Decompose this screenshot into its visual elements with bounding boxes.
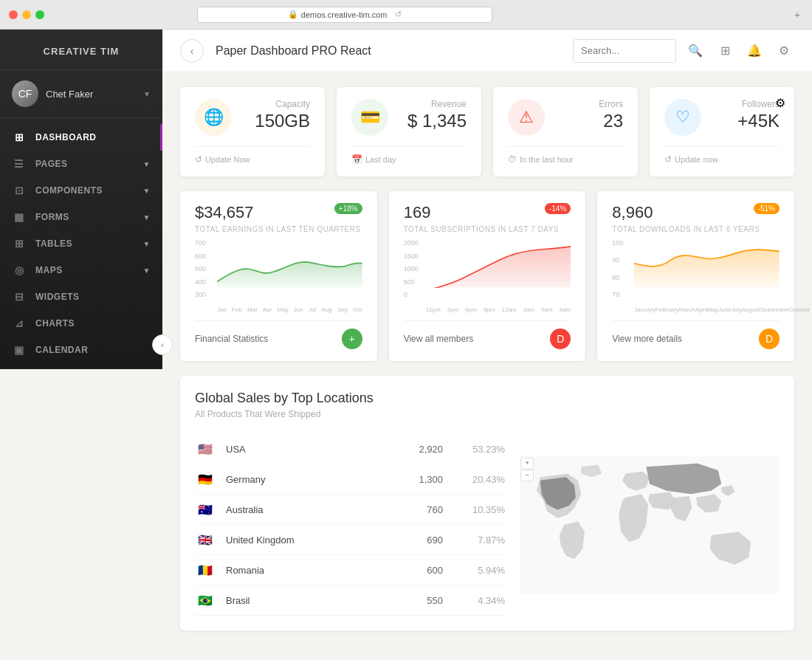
sidebar-item-charts[interactable]: ⊿ CHARTS: [0, 310, 162, 337]
chart-area: 700600500400300 JanFebMarAprMayJunJulAug…: [195, 239, 362, 313]
country-flag: 🇷🇴: [195, 563, 216, 577]
user-caret-icon: ▼: [143, 90, 151, 98]
settings-icon[interactable]: ⚙: [774, 41, 794, 61]
maximize-button[interactable]: [35, 10, 44, 19]
stat-value: +45K: [737, 111, 780, 131]
address-bar[interactable]: 🔒 demos.creative-tim.com ↺: [197, 7, 492, 23]
sidebar-wrapper: CREATIVE TIM CF Chet Faker ▼ ⊞ DASHBOARD…: [0, 30, 162, 660]
chart-y-label: 2000: [404, 239, 419, 247]
footer-icon: 📅: [351, 154, 362, 165]
country-name: USA: [226, 444, 388, 455]
sidebar-item-widgets[interactable]: ⊟ WIDGETS: [0, 283, 162, 310]
nav-caret-icon: ▼: [143, 240, 151, 248]
chart-y-label: 500: [195, 265, 206, 272]
stat-text: Followers +45K: [737, 99, 780, 131]
chart-x-label: March: [679, 306, 695, 313]
stat-label: Capacity: [255, 99, 310, 109]
stat-card-1: 💳 Revenue $ 1,345 📅 Last day: [337, 87, 481, 176]
chart-x-label: May: [278, 306, 289, 313]
chart-svg: [634, 239, 780, 288]
country-flag: 🇩🇪: [195, 472, 216, 487]
chart-footer-label: View more details: [612, 334, 682, 344]
sidebar-item-label: CHARTS: [35, 318, 75, 329]
chart-x-label: January: [634, 306, 655, 313]
chart-card-header: $34,657 +18%: [195, 203, 362, 222]
sales-table: 🇺🇸 USA 2,920 53.23% 🇩🇪 Germany 1,300 20.…: [195, 434, 505, 616]
close-button[interactable]: [9, 10, 18, 19]
stat-footer: ↺ Update now: [664, 146, 780, 165]
sidebar-item-dashboard[interactable]: ⊞ DASHBOARD: [0, 124, 162, 151]
country-value: 760: [399, 504, 443, 515]
chart-x-label: Feb: [232, 306, 242, 313]
chart-x-label: May: [707, 306, 718, 313]
chart-badge: -14%: [545, 203, 571, 214]
nav-caret-icon: ▼: [143, 160, 151, 168]
search-icon[interactable]: 🔍: [685, 41, 706, 61]
stat-card-header: ⚠ Errors 23: [508, 99, 623, 136]
refresh-icon[interactable]: ↺: [395, 10, 402, 19]
chart-x-label: 9pm: [484, 306, 495, 313]
chart-footer-button[interactable]: +: [342, 329, 362, 349]
sidebar-nav: ⊞ DASHBOARD ☰ PAGES ▼ ⊡ COMPONEntS ▼ ▦ F…: [0, 118, 162, 369]
grid-icon[interactable]: ⊞: [715, 41, 735, 61]
sidebar-item-forms[interactable]: ▦ FORMS ▼: [0, 204, 162, 230]
global-sales-content: 🇺🇸 USA 2,920 53.23% 🇩🇪 Germany 1,300 20.…: [195, 434, 780, 616]
back-button[interactable]: ‹: [180, 39, 204, 63]
chart-x-label: 12pm: [426, 306, 441, 313]
sidebar-item-label: TABLES: [35, 238, 72, 249]
country-name: Romania: [226, 565, 388, 576]
country-value: 1,300: [399, 474, 443, 485]
chart-y-label: 70: [612, 291, 623, 298]
stat-card-header: ♡ Followers +45K ⚙: [664, 99, 780, 136]
sidebar-item-maps[interactable]: ◎ MAPS ▼: [0, 257, 162, 283]
chart-footer-button[interactable]: D: [550, 329, 571, 349]
chart-x-axis: 12pm3pm6pm9pm12am3am6am9am: [426, 306, 571, 313]
sidebar-item-label: MAPS: [35, 265, 63, 275]
charts-nav-icon: ⊿: [12, 317, 27, 329]
country-flag: 🇬🇧: [195, 532, 216, 547]
sidebar-item-calendar[interactable]: ▣ CALENDAR: [0, 337, 162, 363]
gear-icon[interactable]: ⚙: [775, 96, 785, 110]
chart-x-label: Sep: [337, 306, 348, 313]
lock-icon: 🔒: [288, 10, 298, 19]
sidebar-user[interactable]: CF Chet Faker ▼: [0, 70, 162, 118]
chart-x-label: Jan: [217, 306, 227, 313]
chart-y-label: 600: [195, 252, 206, 260]
world-map[interactable]: + −: [520, 451, 780, 599]
sidebar-item-label: COMPONEntS: [35, 185, 103, 196]
new-tab-button[interactable]: +: [791, 9, 803, 21]
sidebar-collapse-button[interactable]: ‹: [152, 334, 173, 355]
chart-area: 2000150010005000 12pm3pm6pm9pm12am3am6am…: [404, 239, 571, 313]
footer-text: Last day: [365, 155, 396, 164]
search-input[interactable]: [573, 39, 676, 63]
bell-icon[interactable]: 🔔: [744, 41, 765, 61]
sidebar-item-tables[interactable]: ⊞ TABLES ▼: [0, 230, 162, 257]
chart-cards-grid: $34,657 +18% TOTAL EARNINGS IN LAST TEN …: [180, 191, 794, 361]
sidebar-item-label: DASHBOARD: [35, 132, 97, 142]
stat-footer: ⏱ In the last hour: [508, 146, 623, 165]
chart-x-label: Jun: [294, 306, 303, 313]
chart-y-label: 400: [195, 278, 206, 286]
sidebar-item-pages[interactable]: ☰ PAGES ▼: [0, 151, 162, 177]
chart-svg: [426, 239, 571, 288]
chart-y-label: 1000: [404, 265, 419, 272]
sidebar: CREATIVE TIM CF Chet Faker ▼ ⊞ DASHBOARD…: [0, 30, 162, 369]
sidebar-item-label: FORMS: [35, 212, 69, 222]
chart-x-label: July: [732, 306, 742, 313]
avatar: CF: [12, 80, 38, 107]
stat-cards-grid: 🌐 Capacity 150GB ↺ Update Now 💳 Revenue …: [180, 87, 794, 176]
nav-caret-icon: ▼: [143, 187, 151, 195]
minimize-button[interactable]: [22, 10, 31, 19]
chart-x-label: September: [760, 306, 789, 313]
tables-nav-icon: ⊞: [12, 238, 27, 250]
sidebar-item-components[interactable]: ⊡ COMPONEntS ▼: [0, 177, 162, 204]
brand-text: CREATIVE TIM: [44, 46, 120, 57]
chart-footer-button[interactable]: D: [759, 329, 780, 349]
country-name: Brasil: [226, 595, 388, 606]
stat-footer: ↺ Update Now: [195, 146, 310, 165]
nav-caret-icon: ▼: [143, 267, 151, 275]
calendar-nav-icon: ▣: [12, 344, 27, 356]
country-percent: 53.23%: [453, 444, 505, 455]
global-sales-section: Global Sales by Top Locations All Produc…: [180, 376, 794, 630]
country-value: 600: [399, 565, 443, 576]
